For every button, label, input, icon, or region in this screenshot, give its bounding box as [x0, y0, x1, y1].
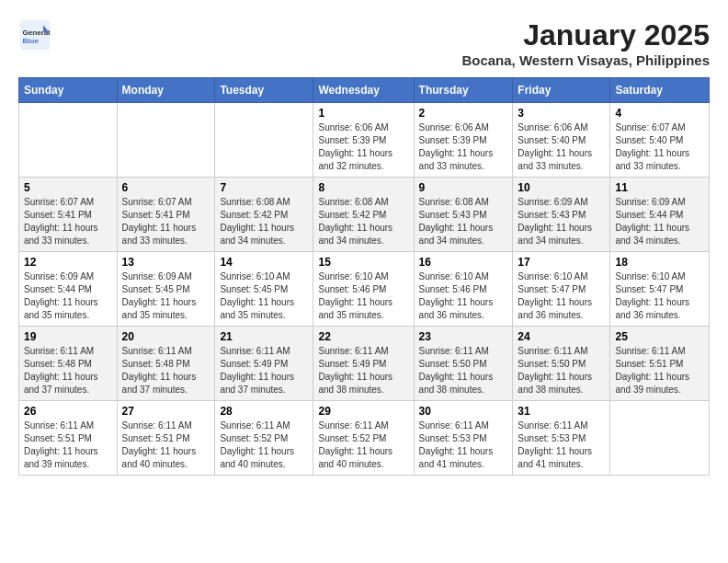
day-info: Sunrise: 6:11 AM Sunset: 5:51 PM Dayligh… — [615, 345, 704, 396]
calendar-cell: 30Sunrise: 6:11 AM Sunset: 5:53 PM Dayli… — [414, 401, 513, 476]
calendar-cell: 23Sunrise: 6:11 AM Sunset: 5:50 PM Dayli… — [414, 327, 513, 401]
day-info: Sunrise: 6:11 AM Sunset: 5:52 PM Dayligh… — [220, 419, 308, 471]
day-info: Sunrise: 6:11 AM Sunset: 5:53 PM Dayligh… — [518, 419, 605, 471]
day-info: Sunrise: 6:10 AM Sunset: 5:46 PM Dayligh… — [419, 270, 508, 322]
title-block: January 2025 Bocana, Western Visayas, Ph… — [461, 18, 710, 68]
day-info: Sunrise: 6:11 AM Sunset: 5:51 PM Dayligh… — [122, 419, 210, 471]
day-info: Sunrise: 6:08 AM Sunset: 5:42 PM Dayligh… — [220, 196, 308, 247]
day-number: 31 — [518, 405, 605, 418]
day-number: 12 — [24, 256, 112, 269]
calendar-cell: 26Sunrise: 6:11 AM Sunset: 5:51 PM Dayli… — [19, 401, 118, 476]
header-day-sunday: Sunday — [19, 78, 118, 103]
day-info: Sunrise: 6:11 AM Sunset: 5:49 PM Dayligh… — [220, 345, 308, 396]
day-number: 3 — [518, 107, 605, 120]
header-row: SundayMondayTuesdayWednesdayThursdayFrid… — [19, 78, 710, 103]
calendar-cell: 28Sunrise: 6:11 AM Sunset: 5:52 PM Dayli… — [215, 401, 313, 476]
calendar-cell: 21Sunrise: 6:11 AM Sunset: 5:49 PM Dayli… — [215, 327, 313, 401]
day-info: Sunrise: 6:09 AM Sunset: 5:45 PM Dayligh… — [122, 270, 210, 322]
calendar-cell: 12Sunrise: 6:09 AM Sunset: 5:44 PM Dayli… — [19, 252, 118, 327]
header-day-friday: Friday — [513, 78, 610, 103]
week-row-2: 12Sunrise: 6:09 AM Sunset: 5:44 PM Dayli… — [19, 252, 710, 327]
calendar-cell: 6Sunrise: 6:07 AM Sunset: 5:41 PM Daylig… — [117, 178, 215, 252]
calendar-cell: 16Sunrise: 6:10 AM Sunset: 5:46 PM Dayli… — [414, 252, 513, 327]
day-info: Sunrise: 6:11 AM Sunset: 5:52 PM Dayligh… — [318, 419, 408, 471]
day-info: Sunrise: 6:07 AM Sunset: 5:40 PM Dayligh… — [615, 121, 704, 173]
header-day-thursday: Thursday — [414, 78, 513, 103]
week-row-0: 1Sunrise: 6:06 AM Sunset: 5:39 PM Daylig… — [19, 103, 710, 178]
calendar-cell: 27Sunrise: 6:11 AM Sunset: 5:51 PM Dayli… — [117, 401, 215, 476]
calendar-cell: 8Sunrise: 6:08 AM Sunset: 5:42 PM Daylig… — [313, 178, 414, 252]
day-number: 30 — [419, 405, 508, 418]
day-info: Sunrise: 6:11 AM Sunset: 5:50 PM Dayligh… — [419, 345, 508, 396]
day-number: 26 — [24, 405, 112, 418]
day-number: 29 — [318, 405, 408, 418]
day-info: Sunrise: 6:09 AM Sunset: 5:44 PM Dayligh… — [24, 270, 112, 322]
calendar-body: 1Sunrise: 6:06 AM Sunset: 5:39 PM Daylig… — [19, 103, 710, 476]
week-row-1: 5Sunrise: 6:07 AM Sunset: 5:41 PM Daylig… — [19, 178, 710, 252]
day-number: 19 — [24, 330, 112, 343]
day-info: Sunrise: 6:06 AM Sunset: 5:39 PM Dayligh… — [318, 121, 408, 173]
day-number: 27 — [122, 405, 210, 418]
day-info: Sunrise: 6:09 AM Sunset: 5:43 PM Dayligh… — [518, 196, 605, 247]
day-number: 15 — [318, 256, 408, 269]
header-day-saturday: Saturday — [610, 78, 710, 103]
calendar-cell — [215, 103, 313, 178]
day-info: Sunrise: 6:07 AM Sunset: 5:41 PM Dayligh… — [24, 196, 112, 247]
day-info: Sunrise: 6:10 AM Sunset: 5:47 PM Dayligh… — [518, 270, 605, 322]
calendar-cell: 5Sunrise: 6:07 AM Sunset: 5:41 PM Daylig… — [19, 178, 118, 252]
calendar-cell: 13Sunrise: 6:09 AM Sunset: 5:45 PM Dayli… — [117, 252, 215, 327]
day-number: 10 — [518, 181, 605, 194]
day-number: 22 — [318, 330, 408, 343]
day-number: 8 — [318, 181, 408, 194]
calendar-table: SundayMondayTuesdayWednesdayThursdayFrid… — [18, 77, 710, 476]
day-number: 21 — [220, 330, 308, 343]
day-info: Sunrise: 6:10 AM Sunset: 5:46 PM Dayligh… — [318, 270, 408, 322]
week-row-4: 26Sunrise: 6:11 AM Sunset: 5:51 PM Dayli… — [19, 401, 710, 476]
calendar-cell: 10Sunrise: 6:09 AM Sunset: 5:43 PM Dayli… — [513, 178, 610, 252]
location-title: Bocana, Western Visayas, Philippines — [461, 52, 710, 68]
header-day-tuesday: Tuesday — [215, 78, 313, 103]
calendar-cell: 18Sunrise: 6:10 AM Sunset: 5:47 PM Dayli… — [610, 252, 710, 327]
svg-text:Blue: Blue — [23, 37, 40, 45]
day-number: 2 — [419, 107, 508, 120]
logo-icon: General Blue — [18, 18, 51, 52]
day-info: Sunrise: 6:06 AM Sunset: 5:40 PM Dayligh… — [518, 121, 605, 173]
calendar-cell: 19Sunrise: 6:11 AM Sunset: 5:48 PM Dayli… — [19, 327, 118, 401]
calendar-cell: 4Sunrise: 6:07 AM Sunset: 5:40 PM Daylig… — [610, 103, 710, 178]
day-number: 16 — [419, 256, 508, 269]
day-number: 25 — [615, 330, 704, 343]
header-day-monday: Monday — [117, 78, 215, 103]
day-info: Sunrise: 6:10 AM Sunset: 5:45 PM Dayligh… — [220, 270, 308, 322]
calendar-cell: 17Sunrise: 6:10 AM Sunset: 5:47 PM Dayli… — [513, 252, 610, 327]
day-number: 20 — [122, 330, 210, 343]
day-number: 9 — [419, 181, 508, 194]
week-row-3: 19Sunrise: 6:11 AM Sunset: 5:48 PM Dayli… — [19, 327, 710, 401]
calendar-cell: 31Sunrise: 6:11 AM Sunset: 5:53 PM Dayli… — [513, 401, 610, 476]
day-info: Sunrise: 6:08 AM Sunset: 5:42 PM Dayligh… — [318, 196, 408, 247]
day-number: 23 — [419, 330, 508, 343]
day-info: Sunrise: 6:09 AM Sunset: 5:44 PM Dayligh… — [615, 196, 704, 247]
day-number: 5 — [24, 181, 112, 194]
day-number: 7 — [220, 181, 308, 194]
day-number: 18 — [615, 256, 704, 269]
day-number: 1 — [318, 107, 408, 120]
day-number: 14 — [220, 256, 308, 269]
logo: General Blue — [18, 18, 55, 52]
calendar-cell: 14Sunrise: 6:10 AM Sunset: 5:45 PM Dayli… — [215, 252, 313, 327]
day-info: Sunrise: 6:11 AM Sunset: 5:51 PM Dayligh… — [24, 419, 112, 471]
month-title: January 2025 — [461, 18, 710, 52]
calendar-cell: 7Sunrise: 6:08 AM Sunset: 5:42 PM Daylig… — [215, 178, 313, 252]
day-number: 28 — [220, 405, 308, 418]
calendar-cell: 24Sunrise: 6:11 AM Sunset: 5:50 PM Dayli… — [513, 327, 610, 401]
day-info: Sunrise: 6:11 AM Sunset: 5:49 PM Dayligh… — [318, 345, 408, 396]
calendar-cell: 15Sunrise: 6:10 AM Sunset: 5:46 PM Dayli… — [313, 252, 414, 327]
calendar-cell: 1Sunrise: 6:06 AM Sunset: 5:39 PM Daylig… — [313, 103, 414, 178]
calendar-cell: 20Sunrise: 6:11 AM Sunset: 5:48 PM Dayli… — [117, 327, 215, 401]
day-info: Sunrise: 6:06 AM Sunset: 5:39 PM Dayligh… — [419, 121, 508, 173]
day-number: 11 — [615, 181, 704, 194]
calendar-cell: 22Sunrise: 6:11 AM Sunset: 5:49 PM Dayli… — [313, 327, 414, 401]
day-info: Sunrise: 6:07 AM Sunset: 5:41 PM Dayligh… — [122, 196, 210, 247]
calendar-cell: 29Sunrise: 6:11 AM Sunset: 5:52 PM Dayli… — [313, 401, 414, 476]
calendar-cell: 25Sunrise: 6:11 AM Sunset: 5:51 PM Dayli… — [610, 327, 710, 401]
calendar-cell: 11Sunrise: 6:09 AM Sunset: 5:44 PM Dayli… — [610, 178, 710, 252]
